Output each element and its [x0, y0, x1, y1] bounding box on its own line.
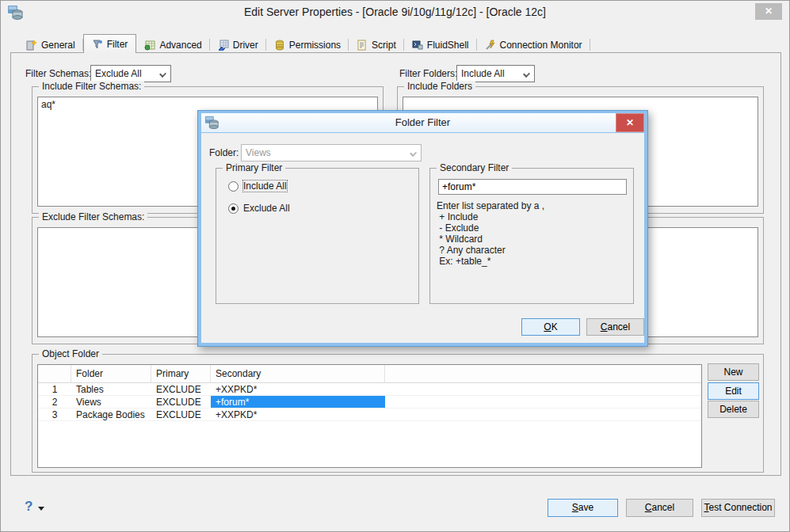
ok-button[interactable]: OK [521, 318, 580, 336]
cancel-button[interactable]: Cancel [626, 499, 693, 517]
tab-script[interactable]: Script [349, 36, 404, 53]
window-title: Edit Server Properties - [Oracle 9i/10g/… [1, 6, 789, 18]
advanced-icon [144, 40, 155, 51]
script-icon [357, 40, 368, 51]
table-row[interactable]: 3 Package Bodies EXCLUDE +XXPKD* [38, 408, 701, 421]
filter-schemas-label: Filter Schemas: [25, 68, 91, 79]
tab-connection-monitor[interactable]: Connection Monitor [477, 36, 590, 53]
secondary-filter-input[interactable] [438, 179, 627, 195]
filter-folders-combobox[interactable]: Include All [456, 65, 535, 82]
object-folder-group: Object Folder Folder Primary Secondary 1… [32, 354, 764, 473]
object-folder-label: Object Folder [39, 348, 102, 359]
table-row[interactable]: 1 Tables EXCLUDE +XXPKD* [38, 383, 701, 396]
chevron-down-icon [159, 70, 166, 78]
window-close-button[interactable]: ✕ [755, 3, 782, 20]
tab-filter[interactable]: Filter [83, 34, 137, 53]
permissions-icon [274, 40, 285, 51]
column-header-num [38, 365, 71, 382]
save-button[interactable]: Save [548, 499, 618, 517]
delete-button[interactable]: Delete [708, 401, 759, 418]
driver-icon [218, 40, 229, 51]
titlebar: Edit Server Properties - [Oracle 9i/10g/… [1, 1, 789, 25]
general-icon [26, 40, 37, 51]
table-row-selected[interactable]: 2 Views EXCLUDE +forum* [38, 396, 701, 408]
help-dropdown-caret-icon[interactable] [38, 507, 44, 511]
chevron-down-icon [523, 70, 530, 78]
dialog-body: Folder: Views Primary Filter Include All… [201, 133, 644, 343]
primary-filter-group: Primary Filter Include All Exclude All [216, 168, 419, 304]
dialog-cancel-button[interactable]: Cancel [586, 318, 644, 336]
dialog-titlebar: Folder Filter ✕ [201, 113, 644, 132]
tab-general[interactable]: General [18, 36, 83, 53]
exclude-filter-schemas-label: Exclude Filter Schemas: [39, 211, 147, 222]
column-header-folder: Folder [71, 365, 151, 382]
radio-circle-icon [228, 181, 239, 192]
edit-button[interactable]: Edit [708, 382, 759, 400]
filter-icon [92, 39, 103, 50]
folder-label: Folder: [209, 147, 239, 158]
column-header-secondary: Secondary [211, 365, 385, 382]
table-header-row: Folder Primary Secondary [38, 365, 701, 383]
selected-cell[interactable]: +forum* [211, 396, 385, 408]
edit-server-properties-window: Edit Server Properties - [Oracle 9i/10g/… [0, 0, 790, 532]
include-folders-label: Include Folders [404, 81, 475, 92]
filter-schemas-combobox[interactable]: Exclude All [90, 65, 171, 82]
folder-filter-dialog: Folder Filter ✕ Folder: Views Primary Fi… [197, 110, 648, 347]
tab-permissions[interactable]: Permissions [266, 36, 349, 53]
include-filter-schemas-label: Include Filter Schemas: [39, 81, 144, 92]
filter-folders-label: Filter Folders: [399, 68, 457, 79]
help-button[interactable]: ? [25, 499, 32, 515]
tab-fluidshell[interactable]: FluidShell [404, 36, 477, 53]
primary-filter-label: Primary Filter [223, 162, 285, 173]
test-connection-button[interactable]: Test Connection [701, 499, 775, 517]
column-header-primary: Primary [151, 365, 211, 382]
tab-advanced[interactable]: Advanced [136, 36, 209, 53]
dialog-close-button[interactable]: ✕ [616, 113, 644, 132]
secondary-filter-group: Secondary Filter Enter list separated by… [429, 168, 634, 304]
include-all-radio[interactable]: Include All [228, 180, 287, 192]
fluidshell-icon [412, 40, 423, 51]
radio-circle-icon [228, 203, 239, 214]
secondary-filter-label: Secondary Filter [437, 162, 512, 173]
dialog-title: Folder Filter [201, 116, 644, 128]
connection-monitor-icon [485, 40, 496, 51]
exclude-all-radio[interactable]: Exclude All [228, 203, 290, 214]
folder-combobox[interactable]: Views [241, 144, 422, 162]
chevron-down-icon [410, 150, 417, 157]
new-button[interactable]: New [708, 363, 759, 381]
tab-driver[interactable]: Driver [210, 36, 266, 53]
tab-bar: General Filter Advanced Driver Permissio… [18, 34, 590, 53]
object-folder-table[interactable]: Folder Primary Secondary 1 Tables EXCLUD… [37, 364, 702, 468]
